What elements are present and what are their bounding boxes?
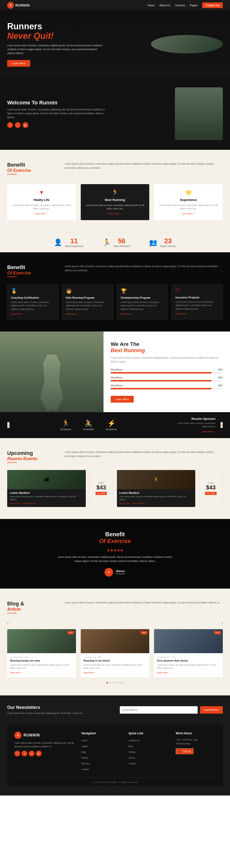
- youtube-icon[interactable]: ▶: [23, 122, 28, 128]
- trophy-icon: 🏆: [121, 288, 164, 294]
- newsletter-section: Our Newsletters Lorem ipsum dolor sit am…: [0, 695, 230, 796]
- sponsor-prev-button[interactable]: ‹: [7, 422, 9, 428]
- footer-facebook-icon[interactable]: f: [14, 751, 20, 756]
- stat-trainers-label: Expert Trainers: [160, 245, 176, 247]
- footer-quick-history[interactable]: History: [129, 756, 136, 759]
- footer-quick-col: Quick Link Contact Us Blog Pricing Histo…: [129, 732, 169, 772]
- dark-card-3: 🏆 Championship Program Lorem ipsum dolor…: [117, 284, 168, 319]
- blog-2-meta: Uncategorized / 9Min: [84, 656, 147, 658]
- nav-home[interactable]: Home: [148, 4, 155, 7]
- benefit-header: Benefit Of Exercise Lorem ipsum dolor si…: [7, 162, 223, 175]
- sponsor-3-name: RUNMAN: [106, 428, 117, 431]
- footer-logo-text: RUNNIN: [24, 733, 40, 737]
- footer-quick-pricing[interactable]: Pricing: [129, 751, 136, 753]
- dot-1[interactable]: [106, 682, 108, 683]
- event-1-meta: Oct 28, 2022 Start 06:00 AM: [9, 502, 83, 504]
- dot-7[interactable]: [122, 682, 124, 683]
- dark-card-2-link[interactable]: Read More →: [66, 313, 79, 315]
- footer-instagram-icon[interactable]: in: [29, 751, 35, 756]
- sponsor-next-button[interactable]: ›: [221, 422, 223, 428]
- author-role: Developer: [115, 572, 125, 575]
- nav-about[interactable]: About Us: [159, 4, 170, 7]
- copyright-text: © 2022 Runnin Template · All Rights Rese…: [93, 781, 137, 783]
- footer-logo: R RUNNIN: [14, 732, 74, 739]
- facebook-icon[interactable]: f: [7, 122, 13, 128]
- dark-card-2: 🧒 Kids Running Program Lorem ipsum dolor…: [62, 284, 113, 319]
- stat-team-content: 56 Team Members: [113, 237, 130, 247]
- footer-quick-contact2[interactable]: Contact: [129, 763, 136, 765]
- twitter-icon[interactable]: t: [15, 122, 21, 128]
- blog-2-tag: New: [141, 631, 147, 634]
- footer-quick-blog[interactable]: Blog: [129, 745, 133, 747]
- event-1-desc: Lorem ipsum dolor sit amet, consectetur …: [9, 495, 83, 501]
- event-2-title: London Marathon: [119, 492, 193, 494]
- dark-card-4-link[interactable]: Read More →: [176, 313, 189, 315]
- best-running-title-line2: Best Running: [111, 347, 145, 353]
- footer-copyright: © 2022 Runnin Template · All Rights Rese…: [14, 777, 216, 783]
- events-desc: Lorem ipsum dolor sit amet, consectetur …: [65, 450, 223, 463]
- footer-nav-col: Navigation Home Pages Blog Events Servic…: [81, 732, 121, 772]
- blog-1-title: Running keeps me sane: [10, 659, 73, 662]
- dot-5[interactable]: [117, 682, 118, 683]
- best-running-desc: Lorem ipsum dolor sit amet, consectetur …: [111, 356, 223, 364]
- blog-card-2: New Uncategorized / 9Min Running in my b…: [81, 629, 150, 677]
- blog-prev-button[interactable]: ‹: [7, 621, 9, 625]
- dark-cards: 🏅 Coaching Certification Lorem ipsum dol…: [7, 284, 223, 319]
- benefit-title-block: Benefit Of Exercise: [7, 162, 55, 175]
- card-1-link[interactable]: Learn More →: [35, 212, 49, 215]
- dark-card-1-link[interactable]: Read More →: [11, 313, 25, 315]
- runner-silhouette: [37, 354, 66, 412]
- footer-nav-services[interactable]: Services: [81, 763, 90, 765]
- footer-nav-blog[interactable]: Blog: [81, 751, 86, 753]
- footer-nav-events[interactable]: Events: [81, 756, 88, 759]
- logo-text: RUNNIN: [15, 3, 30, 7]
- call-us-button[interactable]: 📞 Call Us: [176, 748, 194, 755]
- nav-services[interactable]: Services: [175, 4, 185, 7]
- footer-quick-contact[interactable]: Contact Us: [129, 739, 140, 742]
- nav-contact-button[interactable]: Contact Us: [202, 2, 223, 8]
- dot-6[interactable]: [120, 682, 121, 683]
- hero-title-line1: Runners: [7, 21, 42, 31]
- blog-desc: Lorem ipsum dolor sit amet, consectetur …: [65, 600, 223, 613]
- ticket-2-badge: Per Ticket: [205, 492, 217, 495]
- blog-3-title: First deserve then desire: [157, 659, 220, 662]
- footer-nav-pages[interactable]: Pages: [81, 745, 88, 747]
- progress-2: WordPress 90%: [111, 376, 223, 381]
- footer-youtube-icon[interactable]: ▶: [36, 751, 42, 756]
- welcome-title: Welcome To Runnin: [7, 100, 111, 106]
- dark-card-4-title: Insurance Program: [176, 296, 219, 299]
- blog-nav: ‹ ›: [7, 621, 223, 625]
- dark-card-3-link[interactable]: Read More →: [121, 313, 134, 315]
- card-2-link[interactable]: Learn More →: [108, 212, 122, 215]
- progress-3-fill: [111, 388, 212, 389]
- card-3-link[interactable]: Learn More →: [182, 212, 195, 215]
- dark-card-3-title: Championship Program: [121, 296, 164, 299]
- dot-4[interactable]: [114, 682, 116, 683]
- footer-nav-home[interactable]: Home: [81, 739, 87, 742]
- benefit-card-1: ♥ Healty Life Lorem ipsum dolor sit amet…: [7, 184, 76, 220]
- blog-next-button[interactable]: ›: [221, 621, 223, 625]
- dot-2[interactable]: [109, 682, 110, 683]
- stat-years: 👤 11 Years Experience: [54, 237, 83, 247]
- nav-pages[interactable]: Pages: [190, 4, 197, 7]
- sponsor-link[interactable]: Learn More →: [202, 430, 216, 433]
- footer-nav-contact[interactable]: Contact: [81, 768, 89, 771]
- dark-benefit-desc: Lorem ipsum dolor sit amet, consectetur …: [65, 264, 223, 277]
- stat-team: 🏃 56 Team Members: [103, 237, 130, 247]
- blog-3-read-link[interactable]: Read More →: [157, 672, 170, 674]
- newsletter-submit-button[interactable]: Submit Button: [200, 706, 223, 714]
- nav-links: Home About Us Services Pages Contact Us: [148, 2, 223, 8]
- blog-2-read-link[interactable]: Read More →: [84, 672, 97, 674]
- welcome-runner-image: [175, 87, 223, 140]
- blog-1-read-link[interactable]: Read More →: [10, 672, 24, 674]
- hero-cta-button[interactable]: Learn More: [7, 60, 30, 67]
- event-1-title: London Marathon: [9, 492, 83, 494]
- best-running-cta[interactable]: Learn More: [111, 396, 134, 403]
- dot-3[interactable]: [112, 682, 113, 683]
- hero-desc: Lorem ipsum dolor sit amet, consectetur …: [7, 44, 103, 55]
- ticket-1-label: Ticket: [99, 482, 104, 484]
- newsletter-email-input[interactable]: [120, 706, 198, 714]
- blog-1-tag: New: [67, 631, 74, 634]
- author-avatar: M: [105, 568, 113, 577]
- footer-twitter-icon[interactable]: t: [22, 751, 27, 756]
